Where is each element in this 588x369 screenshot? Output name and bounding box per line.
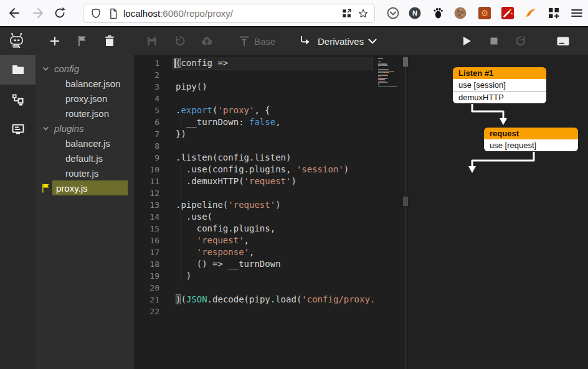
code-line-18[interactable]: 18 () => __turnDown <box>134 258 374 270</box>
stop-button[interactable] <box>486 34 501 49</box>
graph-box-request[interactable]: requestuse [request] <box>484 128 578 151</box>
derivatives-label[interactable]: Derivatives <box>318 36 364 47</box>
code-line-20[interactable]: 20 <box>134 282 374 294</box>
minimap-line <box>378 88 405 89</box>
code-line-17[interactable]: 17 'response', <box>134 246 374 258</box>
save-button[interactable] <box>145 34 159 49</box>
line-number: 4 <box>134 93 159 105</box>
new-codebase-button[interactable] <box>47 34 62 49</box>
forward-button[interactable] <box>31 6 46 21</box>
indent-guide <box>181 258 181 270</box>
gear-extension-button[interactable]: ⚙ <box>477 6 492 21</box>
tree-item-balancer.json[interactable]: balancer.json <box>36 76 134 91</box>
code-token: .demuxHTTP( <box>176 176 244 186</box>
code-line-15[interactable]: 15 config.plugins, <box>134 223 374 235</box>
line-text: )(JSON.decode(pipy.load('config/proxy. <box>176 294 374 306</box>
code-line-7[interactable]: 7}) <box>134 128 374 140</box>
tracking-shield-icon[interactable] <box>90 7 102 20</box>
pipy-logo[interactable] <box>6 32 27 50</box>
graph-box-listen-1[interactable]: Listen #1use [session]demuxHTTP <box>453 67 546 103</box>
code-line-3[interactable]: 3pipy() <box>134 81 374 93</box>
activity-tab-files[interactable] <box>0 55 36 85</box>
derivatives-chevron[interactable] <box>365 34 380 49</box>
indent-guide <box>181 175 181 187</box>
code-line-16[interactable]: 16 'request', <box>134 235 374 246</box>
url-bar[interactable]: localhost:6060/repo/proxy/ <box>83 4 375 23</box>
publish-button[interactable] <box>199 34 214 49</box>
pocket-button[interactable] <box>386 6 401 21</box>
tree-item-plugins[interactable]: plugins <box>36 121 134 136</box>
tree-item-router.js[interactable]: router.js <box>36 166 134 180</box>
derivatives-button[interactable] <box>297 34 312 49</box>
activity-tab-console-log[interactable] <box>0 114 36 144</box>
base-label[interactable]: Base <box>254 36 275 47</box>
cookie-extension-button[interactable] <box>453 6 468 21</box>
code-editor[interactable]: 1(config =>23pipy()45.export('proxy', {6… <box>134 55 409 369</box>
activity-bar <box>0 55 36 369</box>
code-token: , <box>275 117 280 127</box>
code-token: , <box>244 235 249 245</box>
code-line-14[interactable]: 14 .use( <box>134 211 374 223</box>
editor-scrollbar-thumb[interactable] <box>403 57 408 67</box>
code-area[interactable]: 1(config =>23pipy()45.export('proxy', {6… <box>134 57 374 317</box>
line-number: 16 <box>134 235 159 246</box>
line-number: 8 <box>134 140 159 152</box>
flag-button[interactable] <box>75 34 90 49</box>
line-text: }) <box>176 128 186 140</box>
code-line-6[interactable]: 6 __turnDown: false, <box>134 116 374 128</box>
restart-button[interactable] <box>514 34 529 49</box>
tree-item-balancer.js[interactable]: balancer.js <box>36 136 134 151</box>
line-number: 20 <box>134 282 159 294</box>
plus-icon <box>47 34 62 49</box>
grid-extension-icon[interactable] <box>341 7 353 20</box>
indent-guide <box>181 223 181 235</box>
tree-item-proxy.js[interactable]: proxy.js <box>36 180 134 195</box>
tree-item-config[interactable]: config <box>36 61 134 76</box>
bookmark-star-icon[interactable] <box>357 7 369 20</box>
flag-icon <box>42 184 50 193</box>
tree-item-default.js[interactable]: default.js <box>36 151 134 166</box>
reload-button[interactable] <box>52 6 67 21</box>
wand-extension-button[interactable] <box>500 6 515 21</box>
menu-button[interactable] <box>569 6 584 21</box>
base-button[interactable] <box>237 34 252 49</box>
gnome-extension-button[interactable] <box>430 6 445 21</box>
back-button[interactable] <box>6 6 21 21</box>
reset-changes-button[interactable] <box>172 34 187 49</box>
back-icon <box>6 6 21 21</box>
noscript-extension-button[interactable]: N <box>407 6 422 21</box>
line-number: 17 <box>134 246 159 258</box>
url-text[interactable]: localhost:6060/repo/proxy/ <box>123 8 233 19</box>
code-line-19[interactable]: 19 ) <box>134 270 374 282</box>
code-line-5[interactable]: 5.export('proxy', { <box>134 105 374 116</box>
start-button[interactable] <box>459 34 474 49</box>
splitter-grip[interactable] <box>403 197 408 206</box>
tree-item-router.json[interactable]: router.json <box>36 106 134 121</box>
code-line-21[interactable]: 21)(JSON.decode(pipy.load('config/proxy. <box>134 294 374 306</box>
graph-box-header: Listen #1 <box>453 67 546 79</box>
code-line-1[interactable]: 1(config => <box>134 57 374 69</box>
code-line-13[interactable]: 13.pipeline('request') <box>134 199 374 211</box>
code-line-10[interactable]: 10 .use(config.plugins, 'session') <box>134 164 374 175</box>
swoosh-extension-button[interactable] <box>523 6 538 21</box>
code-line-12[interactable]: 12 <box>134 187 374 199</box>
console-button[interactable] <box>556 34 571 49</box>
play-icon <box>459 34 474 49</box>
code-line-9[interactable]: 9.listen(config.listen) <box>134 152 374 164</box>
extensions-grid-button[interactable] <box>546 6 561 21</box>
tree-item-proxy.json[interactable]: proxy.json <box>36 91 134 106</box>
flow-arrow <box>472 152 534 167</box>
url-host: localhost <box>123 8 160 19</box>
page-icon[interactable] <box>107 7 120 20</box>
line-text: .use( <box>176 211 212 223</box>
code-line-4[interactable]: 4 <box>134 93 374 105</box>
terminal-icon <box>556 34 571 49</box>
code-line-8[interactable]: 8 <box>134 140 374 152</box>
panel-divider[interactable] <box>405 55 405 369</box>
activity-tab-pipelines[interactable] <box>0 85 36 114</box>
code-line-11[interactable]: 11 .demuxHTTP('request') <box>134 175 374 187</box>
code-line-22[interactable]: 22 <box>134 306 374 317</box>
minimap[interactable] <box>378 58 405 89</box>
delete-button[interactable] <box>102 34 117 49</box>
code-line-2[interactable]: 2 <box>134 69 374 81</box>
